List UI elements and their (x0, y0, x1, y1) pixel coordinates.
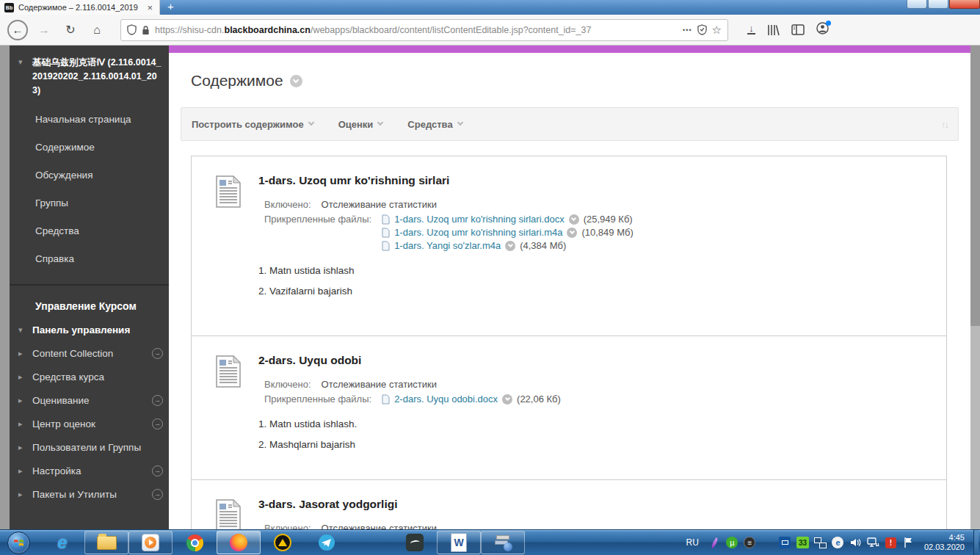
blue-app-tray-icon[interactable] (779, 537, 791, 549)
sidebar-item-discussions[interactable]: Обсуждения (10, 162, 169, 189)
sidebar-item-home[interactable]: Начальная страница (10, 106, 169, 133)
expand-triangle-icon[interactable]: ▸ (18, 394, 27, 406)
open-arrow-icon[interactable]: → (152, 395, 163, 406)
file-link[interactable]: 2-dars. Uyqu odobi.docx (394, 393, 498, 405)
keyboard-layout-indicator[interactable]: RU (686, 537, 699, 548)
taskbar-chrome-button[interactable] (173, 531, 217, 554)
taskbar-ie-button[interactable]: e (40, 531, 84, 554)
file-chevron-icon[interactable] (505, 241, 515, 251)
downloads-icon[interactable]: ↓ (747, 25, 755, 35)
display-tray-icon[interactable] (814, 537, 827, 549)
taskbar-firefox-button[interactable] (217, 531, 261, 554)
taskbar-explorer-button[interactable] (84, 531, 128, 554)
back-button[interactable]: ← (7, 20, 28, 40)
maximize-button[interactable] (928, 0, 948, 9)
cpu-monitor-tray-icon[interactable]: 33 (796, 537, 809, 548)
taskbar-bird-app-button[interactable] (393, 531, 437, 554)
sidebar-item-customization[interactable]: ▸ Настройка → (10, 459, 169, 482)
scrollbar-thumb[interactable] (970, 46, 980, 326)
sidebar-item-control-panel[interactable]: ▾ Панель управления (10, 318, 169, 341)
content-item: 2-dars. Uyqu odobi Включено: Отслеживани… (192, 335, 946, 479)
expand-triangle-icon[interactable]: ▸ (18, 465, 27, 476)
tools-button[interactable]: Средства (407, 119, 462, 130)
close-button[interactable] (949, 0, 980, 9)
action-center-flag-icon[interactable] (902, 537, 915, 549)
tracking-shield-icon[interactable] (127, 24, 137, 35)
account-icon[interactable] (816, 22, 829, 37)
file-size: (10,849 Мб) (581, 227, 633, 238)
taskbar-books-app-button[interactable] (481, 531, 525, 554)
utorrent-tray-icon[interactable]: µ (726, 537, 738, 549)
sidebar-item-users-groups[interactable]: ▸ Пользователи и Группы (10, 435, 169, 459)
file-chevron-icon[interactable] (502, 394, 512, 405)
dark-menu-tray-icon[interactable]: ≡ (744, 537, 756, 549)
item-body-line: 2. Mashqlarni bajarish (258, 439, 932, 450)
sidebar-item-tools[interactable]: Средства (10, 218, 169, 244)
sidebar-toggle-icon[interactable] (791, 24, 805, 35)
sidebar-item-grade-center[interactable]: ▸ Центр оценок → (10, 412, 169, 435)
expand-triangle-icon[interactable]: ▸ (18, 441, 27, 453)
file-link[interactable]: 1-dars. Uzoq umr ko'rishning sirlari.doc… (394, 214, 565, 225)
item-title[interactable]: 3-dars. Jasorat yodgorligi (258, 498, 932, 511)
bird-app-icon (406, 534, 424, 551)
minimize-button[interactable] (907, 0, 927, 9)
expand-triangle-icon[interactable]: ▸ (18, 347, 27, 359)
assessments-button[interactable]: Оценки (338, 119, 383, 130)
library-icon[interactable] (767, 24, 780, 36)
vertical-scrollbar[interactable] (970, 46, 980, 529)
sidebar-item-course-tools[interactable]: ▸ Средства курса (10, 365, 169, 388)
course-title: 基础乌兹别克语Ⅳ (2.116.0014_201920202_2.116.001… (32, 56, 161, 98)
open-arrow-icon[interactable]: → (152, 489, 163, 500)
open-arrow-icon[interactable]: → (152, 348, 163, 359)
build-content-button[interactable]: Построить содержимое (192, 119, 313, 130)
page-actions-icon[interactable]: ••• (683, 26, 692, 34)
taskbar-word-button[interactable]: W (437, 531, 481, 554)
expand-triangle-icon[interactable]: ▸ (18, 371, 27, 382)
url-bar[interactable]: https://shisu-cdn.blackboardchina.cn/web… (120, 19, 728, 41)
new-tab-button[interactable]: + (160, 0, 181, 15)
sidebar-item-content[interactable]: Содержимое (10, 134, 169, 161)
sidebar-item-groups[interactable]: Группы (10, 190, 169, 217)
open-arrow-icon[interactable]: → (152, 418, 163, 429)
file-chevron-icon[interactable] (567, 228, 577, 238)
protections-badge-icon[interactable] (697, 24, 707, 35)
alert-tray-icon[interactable]: ! (885, 537, 897, 549)
url-text[interactable]: https://shisu-cdn.blackboardchina.cn/web… (155, 25, 678, 35)
reload-button[interactable]: ↻ (60, 20, 81, 40)
file-chevron-icon[interactable] (569, 214, 579, 225)
file-link[interactable]: 1-dars. Yangi so'zlar.m4a (394, 240, 501, 251)
course-header[interactable]: ▾ 基础乌兹别克语Ⅳ (2.116.0014_201920202_2.116.0… (10, 46, 169, 105)
item-title[interactable]: 1-dars. Uzoq umr ko'rishning sirlari (258, 174, 932, 187)
sidebar-item-content-collection[interactable]: ▸ Content Collection → (10, 341, 169, 365)
feather-tray-icon[interactable] (708, 537, 721, 549)
e-app-tray-icon[interactable]: e (832, 537, 844, 549)
file-link[interactable]: 1-dars. Uzoq umr ko'rishning sirlari.m4a (394, 227, 562, 238)
network-tray-icon[interactable] (867, 537, 879, 549)
taskbar-clock[interactable]: 4:45 02.03.2020 (924, 533, 965, 552)
expand-triangle-icon[interactable]: ▸ (18, 418, 27, 429)
collapse-triangle-icon[interactable]: ▾ (18, 324, 27, 335)
taskbar-wmp-button[interactable] (128, 531, 173, 554)
home-button[interactable]: ⌂ (87, 20, 107, 40)
collapse-triangle-icon[interactable]: ▾ (18, 56, 27, 98)
taskbar-orange-app-button[interactable] (349, 531, 393, 554)
start-button[interactable] (7, 532, 30, 554)
forward-button[interactable]: → (34, 20, 54, 40)
expand-triangle-icon[interactable]: ▸ (18, 488, 27, 500)
bookmark-star-icon[interactable]: ☆ (712, 23, 722, 37)
sidebar-item-help[interactable]: Справка (10, 246, 169, 272)
item-title[interactable]: 2-dars. Uyqu odobi (258, 354, 932, 367)
orange-person-tray-icon[interactable] (761, 537, 774, 549)
title-chevron-icon[interactable] (290, 75, 302, 87)
open-arrow-icon[interactable]: → (152, 465, 163, 476)
taskbar-telegram-button[interactable] (305, 531, 349, 554)
reorder-icon[interactable]: ↑↓ (941, 119, 948, 130)
sidebar-item-packages-utilities[interactable]: ▸ Пакеты и Утилиты → (10, 482, 169, 506)
show-desktop-button[interactable] (973, 530, 979, 555)
tab-close-icon[interactable]: × (145, 3, 155, 12)
sidebar-item-evaluation[interactable]: ▸ Оценивание → (10, 388, 169, 412)
blackboard-favicon: Bb (4, 3, 14, 12)
browser-tab[interactable]: Bb Содержимое – 2.116.0014_2019 × (0, 0, 160, 15)
volume-tray-icon[interactable] (849, 537, 862, 549)
taskbar-aimp-button[interactable] (261, 531, 305, 554)
